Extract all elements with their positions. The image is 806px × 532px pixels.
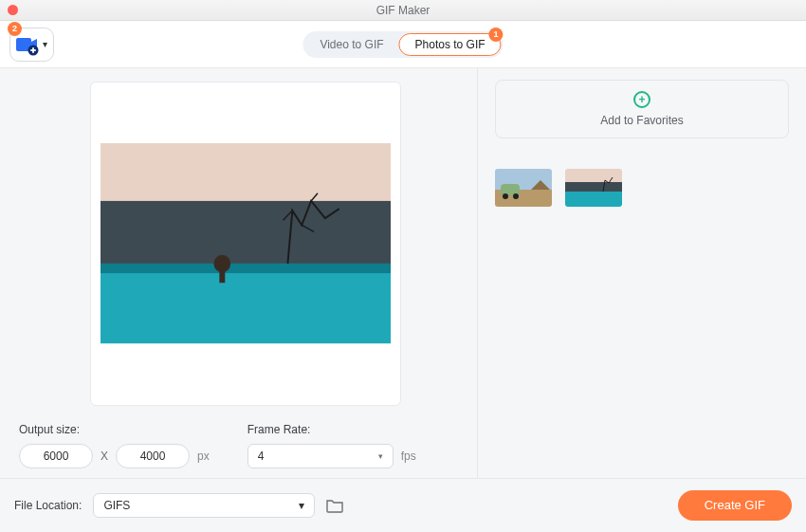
svg-rect-10 xyxy=(219,264,225,283)
svg-rect-19 xyxy=(565,192,622,207)
svg-rect-7 xyxy=(101,264,391,343)
left-pane: Output size: X px Frame Rate: 4 ▾ fps xyxy=(0,68,478,478)
file-location-select[interactable]: GIFS ▾ xyxy=(93,493,315,518)
svg-point-16 xyxy=(513,193,519,199)
output-height-input[interactable] xyxy=(116,444,190,468)
frame-rate-label: Frame Rate: xyxy=(247,423,416,436)
output-size-group: Output size: X px xyxy=(19,423,210,468)
chevron-down-icon: ▾ xyxy=(43,39,47,49)
add-media-icon xyxy=(14,32,39,57)
tab-badge: 1 xyxy=(489,28,504,42)
file-location-label: File Location: xyxy=(14,499,82,512)
frame-rate-group: Frame Rate: 4 ▾ fps xyxy=(247,423,416,468)
create-gif-button[interactable]: Create GIF xyxy=(678,490,792,521)
mode-tabs: Video to GIF Photos to GIF 1 xyxy=(302,31,503,58)
frame-rate-select[interactable]: 4 ▾ xyxy=(247,444,394,468)
svg-rect-6 xyxy=(101,201,391,268)
thumbnail[interactable] xyxy=(495,169,552,207)
tab-label: Photos to GIF xyxy=(415,38,485,51)
add-media-button[interactable]: 2 ▾ xyxy=(9,28,54,62)
preview-image xyxy=(101,143,391,343)
thumbnail[interactable] xyxy=(565,169,622,207)
preview-box xyxy=(90,82,401,406)
titlebar: GIF Maker xyxy=(0,0,806,21)
size-separator: X xyxy=(101,449,108,463)
add-favorites-button[interactable]: + Add to Favorites xyxy=(495,80,789,138)
tab-label: Video to GIF xyxy=(320,38,383,51)
controls-row: Output size: X px Frame Rate: 4 ▾ fps xyxy=(19,423,458,468)
tab-video-to-gif[interactable]: Video to GIF xyxy=(304,33,398,56)
svg-rect-4 xyxy=(30,49,36,51)
file-location-value: GIFS xyxy=(103,499,130,512)
tab-photos-to-gif[interactable]: Photos to GIF 1 xyxy=(399,33,502,56)
frame-rate-unit: fps xyxy=(401,449,416,463)
svg-point-15 xyxy=(503,193,508,199)
output-width-input[interactable] xyxy=(19,444,93,468)
main-area: Output size: X px Frame Rate: 4 ▾ fps xyxy=(0,68,806,478)
footer: File Location: GIFS ▾ Create GIF xyxy=(0,478,806,531)
frame-rate-row: 4 ▾ fps xyxy=(247,444,416,468)
output-size-label: Output size: xyxy=(19,423,210,436)
svg-rect-8 xyxy=(101,264,391,273)
favorites-label: Add to Favorites xyxy=(600,114,683,127)
thumbnail-list xyxy=(495,169,789,207)
size-unit: px xyxy=(197,449,210,463)
create-gif-label: Create GIF xyxy=(705,498,765,512)
window-title: GIF Maker xyxy=(0,4,806,17)
toolbar: 2 ▾ Video to GIF Photos to GIF 1 xyxy=(0,21,806,68)
folder-icon[interactable] xyxy=(326,498,343,513)
plus-icon: + xyxy=(633,91,650,108)
right-pane: + Add to Favorites xyxy=(478,68,806,478)
chevron-down-icon: ▾ xyxy=(378,451,383,461)
chevron-down-icon: ▾ xyxy=(299,499,304,512)
frame-rate-value: 4 xyxy=(258,449,265,463)
output-size-row: X px xyxy=(19,444,210,468)
